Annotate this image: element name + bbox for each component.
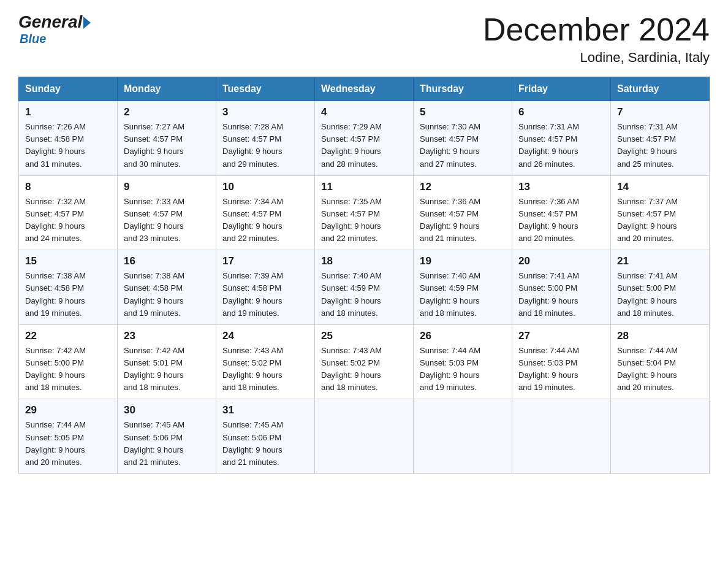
- day-number: 31: [222, 404, 308, 416]
- days-header-row: SundayMondayTuesdayWednesdayThursdayFrid…: [19, 77, 710, 101]
- day-info: Sunrise: 7:31 AMSunset: 4:57 PMDaylight:…: [518, 121, 604, 170]
- calendar-cell: 29Sunrise: 7:44 AMSunset: 5:05 PMDayligh…: [19, 399, 118, 474]
- calendar-cell: 3Sunrise: 7:28 AMSunset: 4:57 PMDaylight…: [216, 101, 315, 176]
- logo-area: General Blue: [18, 12, 91, 46]
- day-info: Sunrise: 7:36 AMSunset: 4:57 PMDaylight:…: [420, 196, 506, 245]
- day-info: Sunrise: 7:40 AMSunset: 4:59 PMDaylight:…: [420, 270, 506, 320]
- day-number: 22: [25, 330, 111, 342]
- day-number: 17: [222, 255, 308, 267]
- day-info: Sunrise: 7:44 AMSunset: 5:04 PMDaylight:…: [617, 345, 703, 394]
- day-info: Sunrise: 7:44 AMSunset: 5:03 PMDaylight:…: [518, 345, 604, 394]
- day-info: Sunrise: 7:42 AMSunset: 5:01 PMDaylight:…: [124, 345, 210, 394]
- calendar-week-row: 22Sunrise: 7:42 AMSunset: 5:00 PMDayligh…: [19, 324, 710, 399]
- day-number: 29: [25, 404, 111, 416]
- day-info: Sunrise: 7:34 AMSunset: 4:57 PMDaylight:…: [222, 196, 308, 245]
- location-title: Lodine, Sardinia, Italy: [483, 50, 710, 66]
- day-number: 3: [222, 106, 308, 118]
- day-number: 28: [617, 330, 703, 342]
- calendar-cell: 7Sunrise: 7:31 AMSunset: 4:57 PMDaylight…: [611, 101, 710, 176]
- calendar-week-row: 15Sunrise: 7:38 AMSunset: 4:58 PMDayligh…: [19, 250, 710, 325]
- day-number: 25: [321, 330, 407, 342]
- logo-general: General: [18, 12, 82, 32]
- day-info: Sunrise: 7:41 AMSunset: 5:00 PMDaylight:…: [617, 270, 703, 320]
- day-number: 23: [124, 330, 210, 342]
- day-info: Sunrise: 7:29 AMSunset: 4:57 PMDaylight:…: [321, 121, 407, 170]
- calendar-cell: [611, 399, 710, 474]
- calendar-cell: 10Sunrise: 7:34 AMSunset: 4:57 PMDayligh…: [216, 175, 315, 250]
- day-header-saturday: Saturday: [611, 77, 710, 101]
- calendar-cell: 1Sunrise: 7:26 AMSunset: 4:58 PMDaylight…: [19, 101, 118, 176]
- calendar-cell: 13Sunrise: 7:36 AMSunset: 4:57 PMDayligh…: [512, 175, 611, 250]
- day-info: Sunrise: 7:44 AMSunset: 5:03 PMDaylight:…: [420, 345, 506, 394]
- day-number: 4: [321, 106, 407, 118]
- calendar-cell: 31Sunrise: 7:45 AMSunset: 5:06 PMDayligh…: [216, 399, 315, 474]
- day-number: 9: [124, 181, 210, 193]
- calendar-cell: 19Sunrise: 7:40 AMSunset: 4:59 PMDayligh…: [414, 250, 512, 325]
- day-info: Sunrise: 7:39 AMSunset: 4:58 PMDaylight:…: [222, 270, 308, 320]
- day-info: Sunrise: 7:43 AMSunset: 5:02 PMDaylight:…: [222, 345, 308, 394]
- day-number: 8: [25, 181, 111, 193]
- calendar-table: SundayMondayTuesdayWednesdayThursdayFrid…: [18, 77, 710, 474]
- day-info: Sunrise: 7:38 AMSunset: 4:58 PMDaylight:…: [25, 270, 111, 320]
- day-number: 16: [124, 255, 210, 267]
- day-number: 15: [25, 255, 111, 267]
- header: General Blue December 2024 Lodine, Sardi…: [18, 12, 710, 66]
- day-number: 21: [617, 255, 703, 267]
- logo-text: General: [18, 12, 91, 32]
- day-number: 2: [124, 106, 210, 118]
- day-header-tuesday: Tuesday: [216, 77, 315, 101]
- day-number: 19: [420, 255, 506, 267]
- day-number: 13: [518, 181, 604, 193]
- day-info: Sunrise: 7:32 AMSunset: 4:57 PMDaylight:…: [25, 196, 111, 245]
- calendar-week-row: 8Sunrise: 7:32 AMSunset: 4:57 PMDaylight…: [19, 175, 710, 250]
- calendar-cell: 26Sunrise: 7:44 AMSunset: 5:03 PMDayligh…: [414, 324, 512, 399]
- day-info: Sunrise: 7:31 AMSunset: 4:57 PMDaylight:…: [617, 121, 703, 170]
- calendar-cell: 18Sunrise: 7:40 AMSunset: 4:59 PMDayligh…: [315, 250, 414, 325]
- calendar-cell: 28Sunrise: 7:44 AMSunset: 5:04 PMDayligh…: [611, 324, 710, 399]
- day-info: Sunrise: 7:44 AMSunset: 5:05 PMDaylight:…: [25, 419, 111, 469]
- day-number: 5: [420, 106, 506, 118]
- day-number: 27: [518, 330, 604, 342]
- day-info: Sunrise: 7:35 AMSunset: 4:57 PMDaylight:…: [321, 196, 407, 245]
- day-number: 18: [321, 255, 407, 267]
- calendar-cell: 2Sunrise: 7:27 AMSunset: 4:57 PMDaylight…: [118, 101, 216, 176]
- calendar-cell: 21Sunrise: 7:41 AMSunset: 5:00 PMDayligh…: [611, 250, 710, 325]
- day-info: Sunrise: 7:33 AMSunset: 4:57 PMDaylight:…: [124, 196, 210, 245]
- month-title: December 2024: [483, 12, 710, 47]
- calendar-cell: 25Sunrise: 7:43 AMSunset: 5:02 PMDayligh…: [315, 324, 414, 399]
- day-number: 30: [124, 404, 210, 416]
- calendar-cell: 30Sunrise: 7:45 AMSunset: 5:06 PMDayligh…: [118, 399, 216, 474]
- calendar-cell: [414, 399, 512, 474]
- day-number: 10: [222, 181, 308, 193]
- calendar-cell: 20Sunrise: 7:41 AMSunset: 5:00 PMDayligh…: [512, 250, 611, 325]
- day-info: Sunrise: 7:37 AMSunset: 4:57 PMDaylight:…: [617, 196, 703, 245]
- calendar-cell: 8Sunrise: 7:32 AMSunset: 4:57 PMDaylight…: [19, 175, 118, 250]
- day-header-friday: Friday: [512, 77, 611, 101]
- title-area: December 2024 Lodine, Sardinia, Italy: [483, 12, 710, 66]
- logo-blue: Blue: [20, 32, 46, 46]
- day-number: 26: [420, 330, 506, 342]
- day-info: Sunrise: 7:26 AMSunset: 4:58 PMDaylight:…: [25, 121, 111, 170]
- day-number: 11: [321, 181, 407, 193]
- calendar-cell: 4Sunrise: 7:29 AMSunset: 4:57 PMDaylight…: [315, 101, 414, 176]
- day-info: Sunrise: 7:45 AMSunset: 5:06 PMDaylight:…: [124, 419, 210, 469]
- day-number: 14: [617, 181, 703, 193]
- day-info: Sunrise: 7:43 AMSunset: 5:02 PMDaylight:…: [321, 345, 407, 394]
- day-info: Sunrise: 7:38 AMSunset: 4:58 PMDaylight:…: [124, 270, 210, 320]
- day-number: 1: [25, 106, 111, 118]
- day-info: Sunrise: 7:27 AMSunset: 4:57 PMDaylight:…: [124, 121, 210, 170]
- calendar-cell: 9Sunrise: 7:33 AMSunset: 4:57 PMDaylight…: [118, 175, 216, 250]
- calendar-cell: 27Sunrise: 7:44 AMSunset: 5:03 PMDayligh…: [512, 324, 611, 399]
- calendar-cell: 16Sunrise: 7:38 AMSunset: 4:58 PMDayligh…: [118, 250, 216, 325]
- calendar-cell: 12Sunrise: 7:36 AMSunset: 4:57 PMDayligh…: [414, 175, 512, 250]
- day-header-thursday: Thursday: [414, 77, 512, 101]
- day-number: 12: [420, 181, 506, 193]
- calendar-cell: 14Sunrise: 7:37 AMSunset: 4:57 PMDayligh…: [611, 175, 710, 250]
- day-info: Sunrise: 7:41 AMSunset: 5:00 PMDaylight:…: [518, 270, 604, 320]
- day-header-sunday: Sunday: [19, 77, 118, 101]
- calendar-week-row: 29Sunrise: 7:44 AMSunset: 5:05 PMDayligh…: [19, 399, 710, 474]
- day-info: Sunrise: 7:45 AMSunset: 5:06 PMDaylight:…: [222, 419, 308, 469]
- calendar-cell: 5Sunrise: 7:30 AMSunset: 4:57 PMDaylight…: [414, 101, 512, 176]
- day-header-monday: Monday: [118, 77, 216, 101]
- calendar-cell: 22Sunrise: 7:42 AMSunset: 5:00 PMDayligh…: [19, 324, 118, 399]
